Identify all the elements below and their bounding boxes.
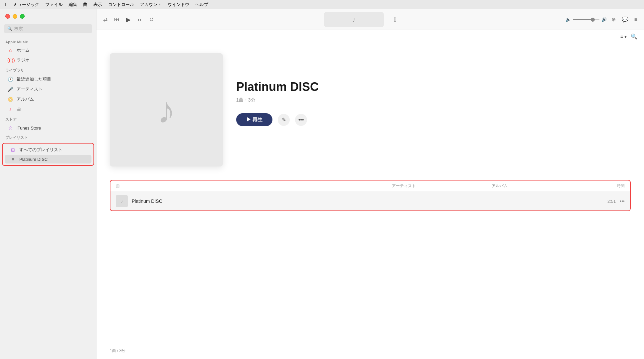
toolbar: ⇄ ⏮ ▶ ⏭ ↺ ♪  🔈 🔊 — [96, 9, 644, 30]
close-button[interactable] — [5, 14, 10, 19]
album-play-button[interactable]: ▶ 再生 — [236, 113, 272, 126]
track-list-section: 曲 アーティスト アルバム 時間 ♪ Platinum DISC — [110, 180, 631, 211]
album-art: ♪ — [110, 53, 223, 167]
album-meta: 1曲・3分 — [236, 97, 631, 103]
section-label-library: ライブラリ — [0, 65, 96, 74]
sidebar-item-artists[interactable]: 🎤 アーティスト — [2, 85, 94, 94]
shuffle-button[interactable]: ⇄ — [102, 15, 109, 24]
maximize-button[interactable] — [20, 14, 25, 19]
sidebar-item-recent[interactable]: 🕐 最近追加した項目 — [2, 75, 94, 84]
edit-button[interactable]: ✎ — [278, 114, 290, 126]
track-duration: 2:51 — [607, 199, 616, 204]
sidebar-item-home[interactable]: ⌂ ホーム — [2, 46, 94, 55]
track-name-cell: ♪ Platinum DISC — [116, 195, 392, 207]
menu-view[interactable]: 表示 — [93, 2, 102, 8]
sidebar-item-label-albums: アルバム — [17, 96, 34, 102]
sort-chevron-icon: ▾ — [624, 34, 627, 39]
itunes-icon: ☆ — [7, 125, 13, 131]
footer-summary: 1曲 / 3分 — [110, 348, 125, 353]
play-button[interactable]: ▶ — [125, 15, 132, 25]
section-label-store: ストア — [0, 114, 96, 123]
sidebar-item-label-artists: アーティスト — [17, 86, 43, 92]
repeat-button[interactable]: ↺ — [148, 15, 155, 24]
search-bar[interactable]: 🔍 検索 — [4, 24, 92, 33]
sidebar-item-albums[interactable]: 📀 アルバム — [2, 95, 94, 104]
sidebar-item-label-songs: 曲 — [17, 106, 21, 112]
track-list-header: 曲 アーティスト アルバム 時間 — [110, 180, 630, 192]
track-art-small: ♪ — [116, 195, 128, 207]
home-icon: ⌂ — [7, 48, 13, 53]
content-search-button[interactable]: 🔍 — [631, 33, 637, 40]
apple-menu[interactable]:  — [4, 2, 6, 8]
previous-button[interactable]: ⏮ — [113, 15, 121, 24]
menubar:  ミュージック ファイル 編集 曲 表示 コントロール アカウント ウインドウ… — [0, 0, 644, 9]
apple-logo-icon:  — [394, 16, 396, 23]
playlist-section: ⊞ すべてのプレイリスト ≡ Platinum DISC — [2, 143, 94, 166]
albums-icon: 📀 — [7, 97, 13, 102]
sidebar-item-label-recent: 最近追加した項目 — [17, 76, 51, 82]
volume-high-icon: 🔊 — [601, 17, 607, 22]
track-more-button[interactable]: ••• — [620, 198, 625, 204]
volume-track[interactable] — [573, 19, 599, 20]
sidebar-item-itunes[interactable]: ☆ iTunes Store — [2, 124, 94, 132]
album-actions: ▶ 再生 ✎ ••• — [236, 113, 631, 126]
sort-icon: ≡ — [620, 34, 623, 39]
sidebar-item-label-radio: ラジオ — [17, 57, 30, 63]
more-icon: ••• — [298, 117, 304, 123]
sidebar-item-radio[interactable]: ((·)) ラジオ — [2, 56, 94, 65]
volume-thumb[interactable] — [591, 18, 595, 22]
table-row[interactable]: ♪ Platinum DISC 2:51 ••• — [110, 192, 630, 210]
track-art-note-icon: ♪ — [120, 198, 123, 204]
col-duration: 時間 — [591, 183, 625, 189]
album-art-note-icon: ♪ — [157, 89, 176, 131]
queue-button[interactable]: ≡ — [633, 15, 639, 24]
edit-icon: ✎ — [282, 117, 286, 123]
sidebar-item-label-itunes: iTunes Store — [17, 126, 41, 131]
album-info: Platinum DISC 1曲・3分 ▶ 再生 ✎ ••• — [236, 53, 631, 126]
sidebar-item-platinum-disc[interactable]: ≡ Platinum DISC — [5, 155, 91, 164]
menu-edit[interactable]: 編集 — [69, 2, 77, 8]
sidebar-item-label-platinum-disc: Platinum DISC — [19, 157, 48, 162]
search-placeholder: 検索 — [14, 26, 23, 32]
main-content: ⇄ ⏮ ▶ ⏭ ↺ ♪  🔈 🔊 — [96, 9, 644, 359]
menu-file[interactable]: ファイル — [45, 2, 63, 8]
minimize-button[interactable] — [13, 14, 17, 19]
menu-song[interactable]: 曲 — [83, 2, 87, 8]
radio-icon: ((·)) — [7, 58, 13, 63]
app-container: 🔍 検索 Apple Music ⌂ ホーム ((·)) ラジオ ライブラリ 🕐… — [0, 9, 644, 359]
track-name: Platinum DISC — [132, 198, 162, 204]
artists-icon: 🎤 — [7, 87, 13, 92]
volume-low-icon: 🔈 — [565, 17, 571, 22]
volume-slider[interactable]: 🔈 🔊 — [565, 17, 607, 22]
traffic-lights — [0, 9, 96, 23]
sidebar: 🔍 検索 Apple Music ⌂ ホーム ((·)) ラジオ ライブラリ 🕐… — [0, 9, 96, 359]
sidebar-item-label-all-playlists: すべてのプレイリスト — [19, 147, 63, 153]
track-duration-cell: 2:51 ••• — [591, 198, 625, 204]
sidebar-item-all-playlists[interactable]: ⊞ すべてのプレイリスト — [5, 145, 91, 155]
sidebar-item-songs[interactable]: ♪ 曲 — [2, 105, 94, 114]
search-icon: 🔍 — [7, 26, 12, 31]
volume-fill — [573, 19, 591, 20]
sort-button[interactable]: ≡ ▾ — [620, 34, 627, 39]
col-song: 曲 — [116, 183, 392, 189]
album-title: Platinum DISC — [236, 80, 631, 94]
album-header: ♪ Platinum DISC 1曲・3分 ▶ 再生 ✎ ••• — [110, 53, 631, 167]
songs-icon: ♪ — [7, 107, 13, 112]
playlist-icon: ≡ — [10, 157, 16, 162]
next-button[interactable]: ⏭ — [136, 15, 144, 24]
menu-control[interactable]: コントロール — [108, 2, 134, 8]
more-button[interactable]: ••• — [295, 114, 307, 126]
menu-account[interactable]: アカウント — [140, 2, 162, 8]
sidebar-item-label-home: ホーム — [17, 47, 30, 53]
apple-logo-container:  — [394, 12, 396, 27]
menu-window[interactable]: ウインドウ — [168, 2, 189, 8]
content-body: ♪ Platinum DISC 1曲・3分 ▶ 再生 ✎ ••• — [96, 43, 644, 345]
airplay-button[interactable]: ⊕ — [610, 15, 617, 24]
lyrics-button[interactable]: 💬 — [620, 15, 630, 24]
menu-help[interactable]: ヘルプ — [195, 2, 208, 8]
now-playing-box: ♪ — [324, 12, 384, 27]
toolbar-right: 🔈 🔊 ⊕ 💬 ≡ — [565, 15, 639, 24]
menu-music[interactable]: ミュージック — [13, 2, 39, 8]
recent-icon: 🕐 — [7, 77, 13, 82]
music-note-icon: ♪ — [352, 15, 356, 24]
